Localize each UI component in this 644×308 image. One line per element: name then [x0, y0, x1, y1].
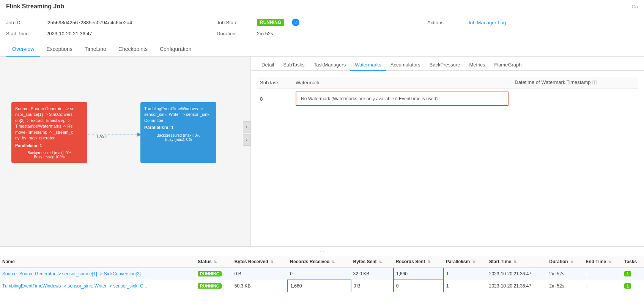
- tab-exceptions[interactable]: Exceptions: [40, 42, 78, 57]
- col-records-received: Records Received ⇅: [288, 256, 351, 268]
- watermark-content: SubTask Watermark Datetime of Watermark …: [251, 71, 644, 246]
- wm-datetime-val: [512, 88, 638, 109]
- tab-overview[interactable]: Overview: [6, 42, 40, 57]
- tab-flamegraph[interactable]: FlameGraph: [490, 60, 526, 71]
- table-body: Source: Source Generator -> sensor_sourc…: [0, 268, 644, 292]
- tab-metrics[interactable]: Metrics: [464, 60, 490, 71]
- node-sink-title: TumblingEventTimeWindows -> sensor_sink:…: [144, 106, 213, 123]
- table-cell-end_time: –: [583, 268, 622, 280]
- tab-detail[interactable]: Detail: [257, 60, 279, 71]
- col-status: Status ⇅: [195, 256, 232, 268]
- table-cell-start_time: 2023-10-20 21:36:47: [487, 280, 547, 292]
- table-header-row: Name Status ⇅ Bytes Received ⇅ Records R…: [0, 256, 644, 268]
- node-sink[interactable]: TumblingEventTimeWindows -> sensor_sink:…: [140, 102, 216, 163]
- wm-col-subtask: SubTask: [257, 77, 293, 88]
- task-badge: 1: [624, 271, 631, 276]
- table-cell-bytes_received: 0 B: [232, 268, 288, 280]
- main-content: Source: Source Generator -> se nsor_sour…: [0, 57, 644, 246]
- job-empty-cell: [427, 31, 638, 36]
- watermark-table: SubTask Watermark Datetime of Watermark …: [257, 77, 638, 109]
- table-row: Source: Source Generator -> sensor_sourc…: [0, 268, 644, 280]
- table-cell-end_time: –: [583, 280, 622, 292]
- detail-tabs: Detail SubTasks TaskManagers Watermarks …: [251, 57, 644, 71]
- node-source-parallelism: Parallelism: 1: [15, 143, 83, 148]
- table-cell-parallelism: 1: [444, 268, 487, 280]
- data-table: Name Status ⇅ Bytes Received ⇅ Records R…: [0, 256, 644, 292]
- wm-watermark-val: No Watermark (Watermarks are only availa…: [293, 88, 512, 109]
- job-id-value: f255698d425672885ec0794e4c6be2a4: [46, 20, 132, 25]
- table-cell-parallelism: 1: [444, 280, 487, 292]
- user-avatar: Ca: [631, 4, 638, 9]
- job-actions-label: Actions: [427, 20, 461, 25]
- node-sink-parallelism: Parallelism: 1: [144, 125, 213, 130]
- job-state-badge: RUNNING: [257, 19, 284, 26]
- col-records-sent: Records Sent ⇅: [394, 256, 444, 268]
- tab-taskmanagers[interactable]: TaskManagers: [309, 60, 351, 71]
- col-name: Name: [0, 256, 195, 268]
- wm-col-datetime: Datetime of Watermark Timestamp ⓘ: [512, 77, 638, 88]
- job-id-label: Job ID: [6, 20, 40, 25]
- wm-subtask-val: 0: [257, 88, 293, 109]
- table-cell-duration: 2m 52s: [547, 280, 583, 292]
- task-badge: 1: [624, 283, 631, 289]
- job-name-link[interactable]: TumblingEventTimeWindows -> sensor_sink:…: [2, 283, 147, 289]
- tab-checkpoints[interactable]: Checkpoints: [112, 42, 154, 57]
- table-cell-bytes_sent: 0 B: [351, 280, 394, 292]
- top-bar: Flink Streaming Job Ca: [0, 0, 644, 13]
- tab-backpressure[interactable]: BackPressure: [425, 60, 465, 71]
- job-state-label: Job State: [217, 20, 251, 25]
- node-source-stats: Backpressured (max): 0%Busy (max): 100%: [15, 151, 83, 159]
- job-actions-cell: Actions Job Manager Log: [427, 19, 638, 26]
- no-watermark-msg: No Watermark (Watermarks are only availa…: [301, 96, 438, 101]
- info-icon[interactable]: ⓘ: [592, 79, 597, 85]
- status-badge: RUNNING: [198, 271, 222, 276]
- job-start-value: 2023-10-20 21:36:47: [46, 31, 92, 36]
- node-source[interactable]: Source: Source Generator -> se nsor_sour…: [11, 102, 87, 163]
- tab-accumulators[interactable]: Accumulators: [386, 60, 425, 71]
- graph-area: Source: Source Generator -> se nsor_sour…: [0, 57, 250, 246]
- col-bytes-received: Bytes Received ⇅: [232, 256, 288, 268]
- tab-timeline[interactable]: TimeLine: [79, 42, 112, 57]
- table-cell-status: RUNNING: [195, 280, 232, 292]
- app-title: Flink Streaming Job: [6, 3, 64, 10]
- job-info-row-1: Job ID f255698d425672885ec0794e4c6be2a4 …: [6, 16, 638, 28]
- col-start-time: Start Time ⇅: [487, 256, 547, 268]
- job-state-cell: Job State RUNNING 2: [217, 19, 427, 26]
- edge-line: [88, 134, 137, 134]
- col-end-time: End Time ⇅: [583, 256, 622, 268]
- node-source-title: Source: Source Generator -> se nsor_sour…: [15, 106, 83, 141]
- tab-watermarks[interactable]: Watermarks: [350, 60, 386, 71]
- job-id-cell: Job ID f255698d425672885ec0794e4c6be2a4: [6, 19, 217, 26]
- collapse-expand-btn-1[interactable]: ›: [243, 121, 250, 133]
- table-cell-tasks: 1: [622, 280, 644, 292]
- job-duration-label: Duration: [217, 31, 251, 36]
- table-row: TumblingEventTimeWindows -> sensor_sink:…: [0, 280, 644, 292]
- job-state-num: 2: [292, 19, 299, 26]
- table-cell-duration: 2m 52s: [547, 268, 583, 280]
- table-cell-records_sent: 1,660: [394, 268, 444, 280]
- table-cell-tasks: 1: [622, 268, 644, 280]
- main-tabs: Overview Exceptions TimeLine Checkpoints…: [0, 42, 644, 57]
- graph-edge: ▶: [88, 131, 142, 137]
- col-duration: Duration ⇅: [547, 256, 583, 268]
- tab-subtasks[interactable]: SubTasks: [279, 60, 309, 71]
- dots-row: ···: [0, 247, 644, 256]
- table-cell-records_received: 0: [288, 268, 351, 280]
- table-cell-records_sent: 0: [394, 280, 444, 292]
- table-cell-name[interactable]: Source: Source Generator -> sensor_sourc…: [0, 268, 195, 280]
- tab-configuration[interactable]: Configuration: [154, 42, 197, 57]
- job-start-cell: Start Time 2023-10-20 21:36:47: [6, 31, 217, 36]
- job-manager-log-link[interactable]: Job Manager Log: [468, 20, 506, 25]
- table-cell-bytes_received: 50.3 KB: [232, 280, 288, 292]
- wm-col-watermark: Watermark: [293, 77, 512, 88]
- job-name-link[interactable]: Source: Source Generator -> sensor_sourc…: [2, 271, 150, 276]
- table-cell-name[interactable]: TumblingEventTimeWindows -> sensor_sink:…: [0, 280, 195, 292]
- job-info-section: Job ID f255698d425672885ec0794e4c6be2a4 …: [0, 13, 644, 42]
- no-watermark-box: No Watermark (Watermarks are only availa…: [296, 92, 509, 106]
- bottom-table-section: ··· Name Status ⇅ Bytes Received ⇅ Recor…: [0, 246, 644, 292]
- table-cell-start_time: 2023-10-20 21:36:47: [487, 268, 547, 280]
- detail-panel: Detail SubTasks TaskManagers Watermarks …: [250, 57, 644, 246]
- job-start-label: Start Time: [6, 31, 40, 36]
- table-cell-status: RUNNING: [195, 268, 232, 280]
- collapse-expand-btn-2[interactable]: ‹: [243, 134, 250, 146]
